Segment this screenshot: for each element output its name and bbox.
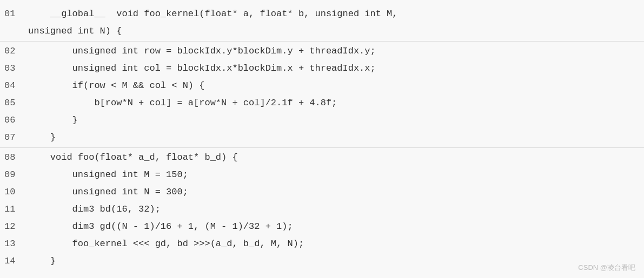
line-number: 11: [0, 201, 28, 218]
line-content: __global__ void foo_kernel(float* a, flo…: [28, 5, 644, 23]
line-content: dim3 gd((N - 1)/16 + 1, (M - 1)/32 + 1);: [28, 218, 644, 235]
line-number: 04: [0, 77, 28, 94]
code-line: 05 b[row*N + col] = a[row*N + col]/2.1f …: [0, 94, 644, 112]
line-number: 06: [0, 112, 28, 129]
line-content: void foo(float* a_d, float* b_d) {: [28, 149, 644, 166]
line-content: unsigned int M = 150;: [28, 166, 644, 184]
code-line: 07 }: [0, 129, 644, 146]
watermark: CSDN @凌台看吧: [578, 263, 635, 273]
line-content: unsigned int col = blockIdx.x*blockDim.x…: [28, 60, 644, 77]
line-number: 08: [0, 149, 28, 166]
code-block: 01 __global__ void foo_kernel(float* a, …: [0, 0, 644, 278]
line-content: unsigned int N = 300;: [28, 184, 644, 201]
code-line: 01 __global__ void foo_kernel(float* a, …: [0, 5, 644, 23]
line-content: b[row*N + col] = a[row*N + col]/2.1f + 4…: [28, 94, 644, 112]
line-number: 05: [0, 94, 28, 112]
code-line: 02 unsigned int row = blockIdx.y*blockDi…: [0, 43, 644, 60]
code-line: 09 unsigned int M = 150;: [0, 166, 644, 184]
line-content: foo_kernel <<< gd, bd >>>(a_d, b_d, M, N…: [28, 235, 644, 253]
line-number: 10: [0, 184, 28, 201]
code-line: 04 if(row < M && col < N) {: [0, 77, 644, 94]
line-content: unsigned int row = blockIdx.y*blockDim.y…: [28, 43, 644, 60]
line-number: 02: [0, 43, 28, 60]
code-line: 14 }: [0, 253, 644, 270]
code-line: 10 unsigned int N = 300;: [0, 184, 644, 201]
line-content: }: [28, 129, 644, 146]
line-content: dim3 bd(16, 32);: [28, 201, 644, 218]
code-line: 12 dim3 gd((N - 1)/16 + 1, (M - 1)/32 + …: [0, 218, 644, 235]
line-number: 01: [0, 5, 28, 23]
code-line: 08 void foo(float* a_d, float* b_d) {: [0, 149, 644, 166]
code-line: 03 unsigned int col = blockIdx.x*blockDi…: [0, 60, 644, 77]
code-line: unsigned int N) {: [0, 23, 644, 40]
code-line: 06 }: [0, 112, 644, 129]
line-content: }: [28, 253, 644, 270]
line-content: if(row < M && col < N) {: [28, 77, 644, 94]
line-number: 14: [0, 253, 28, 270]
line-number: 13: [0, 235, 28, 253]
line-number: 07: [0, 129, 28, 146]
line-number: 12: [0, 218, 28, 235]
code-line: 11 dim3 bd(16, 32);: [0, 201, 644, 218]
line-number: 09: [0, 166, 28, 184]
line-content: }: [28, 112, 644, 129]
code-line: 13 foo_kernel <<< gd, bd >>>(a_d, b_d, M…: [0, 235, 644, 253]
line-number: 03: [0, 60, 28, 77]
line-content: unsigned int N) {: [28, 23, 644, 40]
